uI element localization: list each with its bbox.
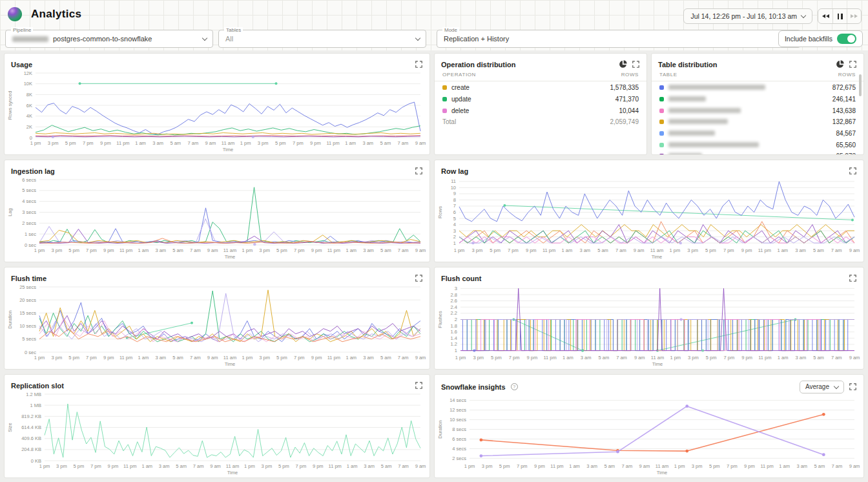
total-label: Total [442, 118, 610, 125]
tables-select-value: All [225, 35, 233, 43]
svg-text:5 pm: 5 pm [491, 355, 502, 361]
svg-text:9 am: 9 am [205, 140, 216, 146]
svg-text:9 pm: 9 pm [311, 355, 322, 361]
table-rows-value: 246,141 [832, 96, 856, 103]
svg-text:7 am: 7 am [398, 355, 409, 361]
svg-text:Time: Time [652, 361, 663, 367]
pause-button[interactable] [832, 9, 847, 23]
svg-text:1 am: 1 am [138, 247, 149, 253]
svg-text:3 pm: 3 pm [473, 355, 484, 361]
series-color-swatch [659, 120, 664, 124]
svg-text:1.4: 1.4 [451, 335, 457, 341]
svg-text:7 am: 7 am [190, 247, 201, 253]
scrollbar-thumb[interactable] [859, 74, 862, 96]
svg-text:3 pm: 3 pm [687, 247, 698, 253]
svg-text:10K: 10K [24, 81, 32, 87]
pie-chart-icon[interactable] [835, 60, 844, 69]
svg-text:7 pm: 7 pm [723, 247, 734, 253]
ingestion-lag-card: Ingestion lag 0 sec1 sec2 secs3 secs4 se… [4, 160, 430, 262]
svg-text:7 am: 7 am [398, 463, 409, 469]
flush-time-title: Flush time [11, 275, 46, 282]
svg-text:9 am: 9 am [415, 140, 426, 146]
pie-chart-icon[interactable] [618, 60, 627, 69]
include-backfills-toggle[interactable] [837, 34, 856, 44]
rows-column-header: ROWS [838, 72, 856, 78]
svg-text:7 am: 7 am [398, 140, 409, 146]
help-icon[interactable]: ? [511, 383, 518, 390]
operation-row: update471,370 [435, 94, 646, 105]
expand-icon[interactable] [848, 382, 857, 392]
svg-text:11 pm: 11 pm [327, 355, 340, 361]
svg-text:5 secs: 5 secs [22, 336, 36, 342]
svg-text:11 am: 11 am [656, 463, 668, 469]
svg-text:7 pm: 7 pm [727, 463, 738, 469]
svg-text:3 pm: 3 pm [51, 247, 62, 253]
svg-text:20 secs: 20 secs [19, 297, 36, 303]
svg-text:11 pm: 11 pm [119, 355, 132, 361]
replication-slot-card: Replication slot 0 KB204.8 KB409.6 KB614… [4, 374, 430, 478]
pipeline-select[interactable]: Pipeline postgres-common-to-snowflake [5, 30, 213, 48]
svg-text:11 am: 11 am [226, 463, 239, 469]
svg-text:1 am: 1 am [569, 463, 580, 469]
svg-text:5 am: 5 am [380, 247, 391, 253]
svg-text:1 pm: 1 pm [240, 140, 251, 146]
svg-text:2: 2 [453, 234, 456, 240]
svg-text:7 pm: 7 pm [294, 247, 305, 253]
svg-text:11 pm: 11 pm [326, 140, 339, 146]
svg-text:3 pm: 3 pm [259, 247, 270, 253]
replication-slot-chart: 0 KB204.8 KB409.6 KB614.4 KB819.2 KB1 MB… [6, 389, 427, 476]
svg-text:3 am: 3 am [159, 463, 170, 469]
svg-text:9 pm: 9 pm [103, 247, 114, 253]
svg-text:7 pm: 7 pm [724, 355, 735, 361]
expand-icon[interactable] [848, 60, 857, 69]
aggregation-select[interactable]: Average [800, 381, 844, 393]
svg-text:11 am: 11 am [651, 355, 664, 361]
table-distribution-title: Table distribution [658, 61, 717, 68]
svg-text:4K: 4K [26, 113, 32, 119]
svg-text:5 am: 5 am [380, 355, 391, 361]
mode-select[interactable]: Mode Replication + History [437, 30, 801, 48]
svg-text:7 pm: 7 pm [295, 463, 306, 469]
redacted-table-name [668, 108, 741, 113]
ingestion-lag-chart: 0 sec1 sec2 secs3 secs4 secs5 secs6 secs… [6, 174, 427, 260]
svg-text:9 am: 9 am [634, 247, 645, 253]
svg-text:1 pm: 1 pm [39, 463, 50, 469]
svg-text:5: 5 [453, 216, 456, 222]
svg-text:3 am: 3 am [795, 247, 806, 253]
chevron-down-icon [415, 36, 420, 41]
tables-select[interactable]: Tables All [218, 30, 426, 48]
app-title: Analytics [31, 8, 81, 21]
table-column-header: TABLE [659, 72, 677, 78]
svg-text:9 am: 9 am [415, 355, 426, 361]
svg-text:9 am: 9 am [849, 463, 860, 469]
table-distribution-card: Table distribution TABLE ROWS 872,675246… [651, 53, 864, 155]
usage-card: Usage 02K4K6K8K10K12K1 pm3 pm5 pm7 pm9 p… [4, 53, 430, 155]
series-color-swatch [442, 97, 447, 101]
svg-text:3 secs: 3 secs [22, 209, 36, 215]
svg-text:3 am: 3 am [155, 355, 166, 361]
svg-text:9 pm: 9 pm [107, 463, 118, 469]
svg-text:Size: Size [7, 423, 13, 432]
svg-text:10 secs: 10 secs [19, 323, 36, 329]
svg-text:7 am: 7 am [187, 140, 198, 146]
svg-text:5 pm: 5 pm [276, 247, 287, 253]
expand-icon[interactable] [631, 60, 640, 69]
svg-text:8: 8 [453, 197, 456, 203]
svg-text:3 am: 3 am [152, 140, 163, 146]
svg-text:9 am: 9 am [634, 355, 645, 361]
svg-text:11 pm: 11 pm [329, 463, 342, 469]
rewind-button[interactable] [818, 9, 832, 23]
svg-text:9 am: 9 am [207, 355, 218, 361]
svg-text:2.8: 2.8 [451, 292, 457, 298]
svg-text:7 am: 7 am [190, 355, 201, 361]
svg-text:1 am: 1 am [563, 355, 574, 361]
operation-rows-value: 1,578,335 [610, 84, 639, 91]
rewind-icon [822, 14, 825, 18]
pause-icon [838, 14, 840, 19]
svg-text:5 am: 5 am [172, 355, 183, 361]
svg-text:3: 3 [455, 286, 457, 291]
series-color-swatch [442, 85, 447, 90]
date-range-picker[interactable]: Jul 14, 12:26 pm - Jul 16, 10:13 am [683, 8, 812, 24]
fast-forward-button[interactable] [847, 9, 861, 23]
svg-text:Duration: Duration [7, 310, 13, 328]
